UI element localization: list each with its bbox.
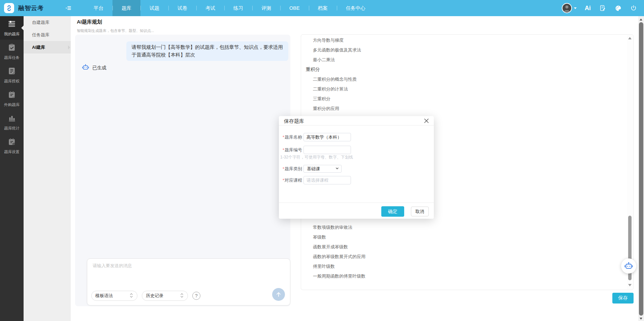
tab-archive[interactable]: 档案	[309, 0, 337, 16]
bank-name-field[interactable]	[303, 133, 351, 141]
topbar-right: Ai	[562, 3, 644, 13]
purchase-board-icon	[7, 90, 16, 100]
topbar: 融智云考 平台 题库 试题 试卷 考试 练习 评测 OBE 档案 任务中心 Ai	[0, 0, 644, 16]
subnav-item-self-built[interactable]: 自建题库	[24, 16, 71, 29]
feedback-edit-icon[interactable]	[599, 4, 606, 12]
save-dialog: 保存题库 *题库名称 *题库编号 1-32个字符，可使用字母、数字、下划线 *题…	[279, 116, 434, 219]
history-select[interactable]: 历史记录	[142, 291, 188, 301]
save-dialog-header: 保存题库	[279, 116, 434, 126]
scroll-up-icon[interactable]	[628, 37, 632, 39]
sidebar-item-my-banks[interactable]: 我的题库	[0, 16, 24, 40]
bank-category-row: *题库类别 基础课	[280, 165, 342, 173]
settings-disk-icon	[7, 137, 16, 147]
robot-icon	[82, 64, 89, 72]
bank-code-field[interactable]	[303, 146, 351, 154]
sidebar-item-bank-statistics[interactable]: 题库统计	[0, 110, 24, 134]
chat-input-card: 模板语法 历史记录 ?	[87, 258, 290, 306]
required-mark: *	[283, 178, 284, 183]
tab-task-center[interactable]: 任务中心	[337, 0, 375, 16]
save-outline-button[interactable]: 保存	[612, 293, 634, 304]
theme-palette-icon[interactable]	[614, 4, 622, 12]
sidebar-item-bank-settings[interactable]: 题库设置	[0, 134, 24, 157]
page-scrollbar-thumb[interactable]	[639, 22, 643, 316]
course-row: *对应课程	[280, 176, 351, 184]
chevron-down-icon	[335, 166, 339, 171]
sidebar-item-purchased-banks[interactable]: 外购题库	[0, 87, 24, 110]
message-input[interactable]	[93, 263, 285, 286]
outline-item[interactable]: 多元函数的极值及其求法	[301, 45, 581, 55]
scroll-down-icon[interactable]	[640, 318, 642, 320]
sort-chevrons-icon	[129, 293, 133, 299]
power-icon[interactable]	[630, 4, 637, 12]
cancel-button[interactable]: 取消	[411, 207, 429, 216]
outline-item[interactable]: 二重积分的计算法	[301, 84, 581, 94]
tab-papers[interactable]: 试卷	[168, 0, 196, 16]
bank-name-label: 题库名称	[285, 135, 302, 140]
app-title: 融智云考	[18, 4, 44, 12]
outline-list-top: 方向导数与梯度 多元函数的极值及其求法 最小二乘法 重积分 二重积分的概念与性质…	[301, 35, 581, 113]
primary-sidebar: 我的题库 题库任务 题库授权 外购题库 题库统计 题库设置	[0, 16, 24, 321]
sidebar-item-bank-authorization[interactable]: 题库授权	[0, 63, 24, 87]
bank-category-label: 题库类别	[285, 166, 302, 171]
clipboard-check-icon	[7, 43, 16, 53]
books-icon	[7, 20, 16, 30]
sidebar-item-bank-tasks[interactable]: 题库任务	[0, 40, 24, 63]
tab-platform[interactable]: 平台	[85, 0, 112, 16]
page-scrollbar[interactable]	[638, 16, 644, 321]
secondary-sidebar: 自建题库 任务题库 AI建库	[24, 16, 71, 321]
save-dialog-footer: 确定 取消	[279, 203, 434, 219]
bar-chart-icon	[7, 114, 16, 124]
user-message-line2: 于普通高等院校【本科】层次	[132, 51, 283, 59]
outline-item[interactable]: 函数展开成幂级数	[301, 242, 581, 252]
scroll-down-icon[interactable]	[628, 284, 632, 286]
close-icon[interactable]	[423, 118, 429, 124]
required-mark: *	[283, 135, 284, 140]
panel-scrollbar[interactable]	[627, 35, 633, 289]
outline-chapter[interactable]: 重积分	[301, 65, 581, 74]
required-mark: *	[283, 147, 284, 152]
dialog-title: 保存题库	[284, 118, 304, 124]
outline-item[interactable]: 方向导数与梯度	[301, 35, 581, 45]
tab-practice[interactable]: 练习	[224, 0, 252, 16]
send-button[interactable]	[272, 288, 285, 301]
template-syntax-select[interactable]: 模板语法	[91, 291, 137, 301]
user-menu[interactable]	[562, 3, 577, 13]
bank-code-hint: 1-32个字符，可使用字母、数字、下划线	[280, 154, 353, 160]
scroll-up-icon[interactable]	[640, 19, 642, 21]
ai-assistant-icon[interactable]: Ai	[585, 5, 591, 12]
outline-item[interactable]: 傅里叶级数	[301, 261, 581, 271]
logo-icon	[4, 3, 14, 13]
outline-item[interactable]: 一般周期函数的傅里叶级数	[301, 271, 581, 281]
outline-item[interactable]: 二重积分的概念与性质	[301, 74, 581, 84]
input-toolbar: 模板语法 历史记录 ?	[91, 291, 200, 301]
page-title: AI题库规划	[77, 19, 154, 25]
course-field[interactable]	[303, 176, 351, 184]
tab-obe[interactable]: OBE	[280, 0, 309, 16]
subnav-item-ai-builder[interactable]: AI建库	[24, 41, 71, 54]
outline-item[interactable]: 函数的幂级数展开式的应用	[301, 252, 581, 261]
outline-list-bottom: 常数项级数的审敛法 幂级数 函数展开成幂级数 函数的幂级数展开式的应用 傅里叶级…	[301, 222, 581, 281]
page-subtitle: 智能规划生成题库，包含章节、题型、知识点...	[77, 28, 154, 33]
user-avatar[interactable]	[562, 3, 572, 13]
outline-item[interactable]: 最小二乘法	[301, 55, 581, 65]
user-message-line1: 请帮我规划一门【高等数学】的试题库，包括章节、知识点，要求适用	[132, 43, 283, 51]
outline-item[interactable]: 常数项级数的审敛法	[301, 222, 581, 232]
help-icon[interactable]: ?	[192, 292, 200, 300]
tab-evaluation[interactable]: 评测	[252, 0, 280, 16]
ai-robot-fab[interactable]	[621, 258, 636, 274]
document-pen-icon	[7, 67, 16, 77]
tab-questions[interactable]: 试题	[140, 0, 168, 16]
subnav-item-task-banks[interactable]: 任务题库	[24, 29, 71, 41]
bank-category-select[interactable]: 基础课	[303, 165, 342, 173]
tab-question-bank[interactable]: 题库	[112, 0, 140, 16]
outline-item[interactable]: 三重积分	[301, 94, 581, 104]
confirm-button[interactable]: 确定	[381, 206, 404, 217]
outline-item[interactable]: 重积分的应用	[301, 104, 581, 113]
top-navigation: 平台 题库 试题 试卷 考试 练习 评测 OBE 档案 任务中心	[85, 0, 375, 16]
outline-item[interactable]: 幂级数	[301, 232, 581, 242]
course-label: 对应课程	[285, 178, 302, 183]
bank-name-row: *题库名称	[280, 133, 351, 141]
bank-code-label: 题库编号	[285, 147, 302, 152]
tab-exams[interactable]: 考试	[196, 0, 224, 16]
collapse-menu-icon[interactable]	[65, 4, 72, 12]
